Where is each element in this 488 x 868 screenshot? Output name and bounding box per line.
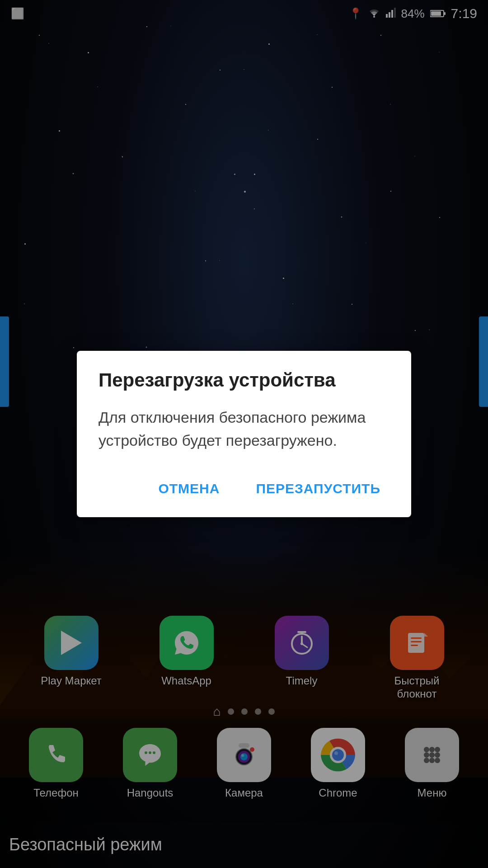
- cancel-button[interactable]: ОТМЕНА: [149, 474, 229, 504]
- dialog-message: Для отключения безопасного режима устрой…: [99, 406, 389, 452]
- restart-button[interactable]: ПЕРЕЗАПУСТИТЬ: [247, 474, 389, 504]
- dialog-buttons: ОТМЕНА ПЕРЕЗАПУСТИТЬ: [99, 474, 389, 508]
- reboot-dialog: Перезагрузка устройства Для отключения б…: [77, 351, 411, 517]
- dialog-title: Перезагрузка устройства: [99, 369, 389, 392]
- dialog-overlay: Перезагрузка устройства Для отключения б…: [0, 0, 488, 868]
